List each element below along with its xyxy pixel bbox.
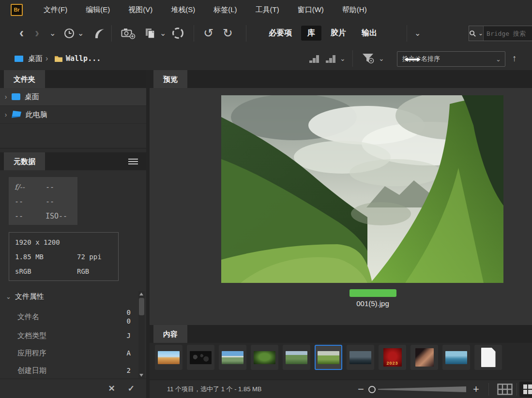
filter-icon[interactable] [362, 47, 375, 70]
thumbnail-alpine-lake[interactable] [219, 345, 246, 370]
panel-splitter[interactable] [146, 70, 150, 398]
aperture-glyph [171, 27, 184, 40]
thumbnail-forest-panorama[interactable] [251, 345, 278, 370]
metadata-scrollbar[interactable] [138, 291, 145, 378]
menu-item-0[interactable]: 文件(F) [34, 5, 76, 15]
recent-files-icon[interactable] [144, 19, 157, 47]
property-value: 2 [127, 366, 136, 375]
breadcrumb-separator-icon: › [46, 47, 48, 70]
filter-funnel-glyph [362, 53, 375, 64]
cancel-icon[interactable]: ✕ [108, 383, 115, 394]
zoom-in-icon[interactable]: + [473, 380, 479, 398]
tab-folders[interactable]: 文件夹 [4, 70, 45, 88]
workspace-tab-3[interactable]: 输出 [355, 26, 383, 41]
file-properties-title: 文件属性 [15, 292, 44, 301]
sort-label: 按文件名排序 [397, 55, 496, 63]
tab-content[interactable]: 内容 [153, 325, 187, 343]
menu-item-1[interactable]: 编辑(E) [76, 5, 119, 15]
woman-portrait-image [415, 348, 434, 367]
thumbnail-blank-document[interactable] [474, 345, 502, 370]
blue-ocean-image [445, 351, 467, 364]
scrollbar-thumb[interactable] [139, 298, 144, 315]
zoom-slider-track[interactable] [378, 385, 466, 393]
quality-fast-glyph [309, 54, 319, 63]
menu-item-7[interactable]: 帮助(H) [333, 5, 376, 15]
thumbnail-woman-portrait[interactable] [410, 345, 438, 370]
thumbnail-blue-ocean[interactable] [442, 345, 470, 370]
path-bar: 桌面 › Wallp... ⌄ ⌄ [0, 47, 532, 71]
search-input[interactable] [484, 26, 532, 41]
tree-expand-icon[interactable]: › [0, 111, 12, 118]
desert-canyon-image [158, 351, 180, 364]
search-box: ⌄ [469, 26, 532, 41]
apply-icon[interactable]: ✓ [128, 383, 135, 394]
sort-dropdown[interactable]: 按文件名排序 ⌄ [397, 51, 505, 67]
thumbnail-green-valley[interactable] [315, 345, 342, 370]
search-scope-dropdown[interactable]: ⌄ [469, 26, 484, 41]
boomerang-icon[interactable] [93, 19, 106, 47]
property-label: 应用程序 [0, 349, 127, 358]
camera-import-glyph [121, 27, 136, 40]
zoom-out-icon[interactable]: − [358, 380, 364, 398]
folder-item-1[interactable]: ›此电脑 [0, 106, 146, 124]
quality-dropdown-icon[interactable]: ⌄ [340, 47, 346, 70]
property-row-0[interactable]: 文件名00 [0, 307, 136, 327]
scroll-up-icon[interactable] [139, 293, 143, 295]
get-photos-from-camera-icon[interactable] [121, 19, 136, 47]
zoom-slider-knob[interactable] [368, 386, 376, 393]
filter-dropdown-icon[interactable]: ⌄ [379, 47, 384, 70]
new-year-2023-image: 2023 [383, 348, 402, 367]
navigation-dropdown-icon[interactable]: ⌄ [49, 19, 56, 47]
rotate-right-icon[interactable]: ↻ [223, 19, 233, 47]
recent-history-icon[interactable] [63, 19, 76, 47]
label-color-bar [350, 289, 396, 297]
sort-ascending-icon[interactable]: ↑ [512, 47, 517, 70]
folder-label: 桌面 [25, 92, 39, 102]
tab-metadata[interactable]: 元数据 [4, 152, 45, 170]
rotate-left-icon[interactable]: ↺ [203, 19, 213, 47]
placard-value: -- [15, 197, 46, 206]
thumbnail-mountain-river[interactable] [283, 345, 310, 370]
toolbar: ‹ › ⌄ ⌄ [0, 19, 532, 47]
grid-view-icon[interactable] [497, 383, 513, 395]
breadcrumb-current-folder[interactable]: Wallp... [66, 47, 101, 70]
history-dropdown-icon[interactable]: ⌄ [77, 19, 84, 47]
property-row-2[interactable]: 应用程序A [0, 344, 136, 362]
back-icon[interactable]: ‹ [19, 19, 24, 47]
thumbnail-new-year-2023[interactable]: 2023 [379, 345, 406, 370]
scroll-down-icon[interactable] [139, 374, 143, 377]
mountain-river-image [286, 351, 307, 364]
forward-icon[interactable]: › [35, 19, 39, 47]
menu-item-2[interactable]: 视图(V) [119, 5, 162, 15]
tree-expand-icon[interactable]: › [0, 93, 12, 101]
thumbnail-quality-fast-icon[interactable] [309, 47, 319, 70]
toolbar-divider [111, 25, 112, 42]
file-properties-header[interactable]: ⌄ 文件属性 [6, 292, 44, 301]
recent-files-dropdown-icon[interactable]: ⌄ [160, 19, 166, 47]
workspace-tab-2[interactable]: 胶片 [324, 26, 352, 41]
camera-raw-icon[interactable] [171, 19, 184, 47]
tab-preview[interactable]: 预览 [153, 70, 187, 88]
workspace-dropdown-icon[interactable]: ⌄ [414, 19, 421, 47]
menu-item-5[interactable]: 工具(T) [246, 5, 289, 15]
forest-panorama-image [254, 351, 275, 364]
blank-document-image [481, 348, 496, 367]
property-row-3[interactable]: 创建日期2 [0, 362, 136, 379]
workspace-tab-0[interactable]: 必要项 [262, 26, 298, 41]
folder-item-0[interactable]: ›桌面 [0, 88, 146, 106]
thumbnail-view-button[interactable] [519, 382, 532, 397]
menu-item-4[interactable]: 标签(L) [204, 5, 246, 15]
menu-item-6[interactable]: 窗口(W) [289, 5, 333, 15]
breadcrumb-desktop[interactable]: 桌面 [28, 47, 43, 70]
thumbnail-overlay-text: 2023 [386, 360, 398, 367]
thumbnail-quality-hq-icon[interactable] [325, 47, 336, 70]
menu-item-3[interactable]: 堆栈(S) [162, 5, 204, 15]
thumbnail-dark-seascape[interactable] [347, 345, 374, 370]
panel-menu-icon[interactable] [128, 159, 138, 164]
thumbnail-dark-world-map[interactable] [187, 345, 214, 370]
property-value: J [127, 331, 136, 340]
property-row-1[interactable]: 文档类型J [0, 327, 136, 344]
property-label: 文件名 [0, 312, 127, 322]
workspace-tab-1[interactable]: 库 [301, 26, 321, 41]
thumbnail-desert-canyon[interactable] [155, 345, 182, 370]
